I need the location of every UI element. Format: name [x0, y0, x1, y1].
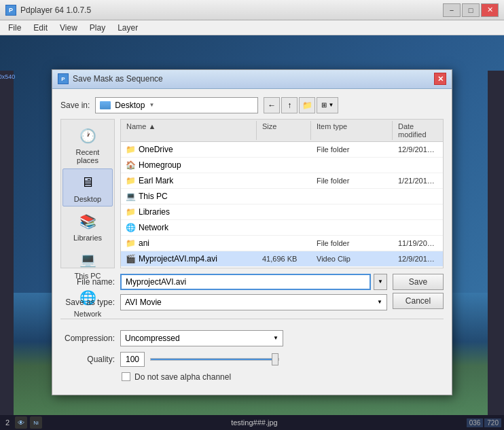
- quality-slider-thumb[interactable]: [272, 353, 278, 365]
- folder-icon: 📁: [125, 207, 136, 217]
- file-date: 12/9/2017 4:22 P...: [393, 143, 443, 156]
- file-date: 1/21/2017 1:50 P...: [393, 175, 443, 187]
- computer-icon: 💻: [125, 191, 136, 202]
- dropdown-arrow-icon: ▼: [378, 279, 383, 285]
- cancel-button[interactable]: Cancel: [393, 293, 444, 309]
- file-list-header: Name ▲ Size Item type Date modified: [121, 120, 443, 142]
- title-bar-left: P Pdplayer 64 1.0.7.5: [5, 5, 91, 16]
- menu-view[interactable]: View: [54, 22, 83, 34]
- file-name-label: File name:: [60, 277, 115, 287]
- nav-up-button[interactable]: ↑: [281, 97, 298, 113]
- title-bar-controls: − □ ✕: [443, 3, 499, 17]
- ni-badge: Ni: [30, 416, 42, 429]
- save-in-label: Save in:: [60, 101, 90, 110]
- table-row[interactable]: 📁 Libraries: [121, 204, 443, 220]
- file-date: 11/19/2017 8:35 ...: [393, 237, 443, 249]
- eye-icon[interactable]: 👁: [15, 416, 27, 429]
- table-row[interactable]: 💻 This PC: [121, 189, 443, 204]
- file-size: [257, 210, 311, 214]
- quality-slider[interactable]: [150, 358, 279, 361]
- menu-edit[interactable]: Edit: [28, 22, 53, 34]
- dialog-overlay: P Save Mask as Sequence ✕ Save in: Deskt…: [0, 35, 504, 415]
- compression-row: Compression: Uncompressed ▼: [60, 330, 444, 346]
- bottom-filename: testing###.jpg: [45, 418, 464, 427]
- table-row[interactable]: 🏠 Homegroup: [121, 158, 443, 173]
- new-folder-icon: 📁: [302, 101, 312, 110]
- file-type: File folder: [311, 237, 393, 249]
- maximize-button[interactable]: □: [462, 3, 480, 17]
- file-form-fields: File name: ▼ Save as type: AVI: [60, 274, 387, 310]
- file-date: [393, 163, 443, 167]
- new-folder-button[interactable]: 📁: [299, 97, 315, 113]
- col-date[interactable]: Date modified: [393, 121, 443, 140]
- views-button[interactable]: ⊞ ▼: [317, 97, 338, 113]
- save-as-type-row: Save as type: AVI Movie ▼: [60, 294, 387, 310]
- col-type[interactable]: Item type: [311, 121, 393, 140]
- file-list[interactable]: Name ▲ Size Item type Date modified 📁 On…: [120, 119, 444, 268]
- close-button[interactable]: ✕: [481, 3, 499, 17]
- file-name-input[interactable]: [120, 274, 371, 290]
- compression-select[interactable]: Uncompressed ▼: [120, 330, 283, 346]
- file-date: [393, 210, 443, 214]
- file-name-cell: 💻 This PC: [121, 189, 257, 204]
- this-pc-icon: 💻: [77, 249, 98, 270]
- file-name-cell: 📁 ani: [121, 236, 257, 251]
- dialog-close-button[interactable]: ✕: [434, 73, 446, 85]
- table-row[interactable]: 📁 Earl Mark File folder 1/21/2017 1:50 P…: [121, 173, 443, 189]
- separator: [60, 319, 444, 319]
- file-name: Network: [139, 223, 168, 232]
- save-in-dropdown[interactable]: Desktop ▼: [95, 97, 258, 113]
- desktop-label: Desktop: [74, 195, 101, 203]
- save-mask-dialog: P Save Mask as Sequence ✕ Save in: Deskt…: [52, 69, 452, 395]
- bottom-bar: 2 👁 Ni testing###.jpg 036 720: [0, 415, 504, 430]
- sidebar-item-recent-places[interactable]: 🕐 Recent places: [62, 122, 113, 167]
- save-button[interactable]: Save: [393, 274, 444, 290]
- save-as-type-value: AVI Movie: [125, 298, 162, 307]
- dialog-title-bar: P Save Mask as Sequence ✕: [52, 70, 452, 89]
- nav-back-button[interactable]: ←: [264, 97, 280, 113]
- video-icon: 🎬: [125, 253, 136, 264]
- frame-counter: 036: [467, 418, 484, 427]
- col-size[interactable]: Size: [257, 121, 311, 140]
- checkbox-row: Do not save alpha channel: [60, 372, 444, 382]
- col-name[interactable]: Name ▲: [121, 121, 257, 140]
- table-row[interactable]: 🎬 MyprojectAVI.mp4.avi 41,696 KB Video C…: [121, 251, 443, 267]
- libraries-label: Libraries: [73, 234, 102, 242]
- file-size: [257, 147, 311, 151]
- folder-icon: 📁: [125, 175, 136, 186]
- dialog-title: Save Mask as Sequence: [73, 74, 163, 84]
- file-name: ani: [139, 238, 149, 248]
- file-name: MyprojectAVI.mp4.avi: [139, 254, 217, 264]
- file-size: [257, 226, 311, 230]
- menu-file[interactable]: File: [3, 22, 26, 34]
- file-size: [257, 179, 311, 183]
- alpha-channel-checkbox[interactable]: [122, 372, 130, 381]
- dialog-app-icon: P: [58, 73, 69, 84]
- table-row[interactable]: 🌐 Network: [121, 220, 443, 236]
- file-name-dropdown-btn[interactable]: ▼: [374, 274, 387, 290]
- file-type: [311, 163, 393, 167]
- menu-play[interactable]: Play: [84, 22, 111, 34]
- save-as-type-select[interactable]: AVI Movie ▼: [120, 294, 387, 310]
- file-type: [311, 210, 393, 214]
- file-date: 12/9/2017 5:21 P...: [393, 253, 443, 265]
- title-bar: P Pdplayer 64 1.0.7.5 − □ ✕: [0, 0, 504, 20]
- table-row[interactable]: 📁 ani File folder 11/19/2017 8:35 ...: [121, 236, 443, 251]
- main-content: 0x540 P Save Mask as Sequence ✕ Save in:: [0, 35, 504, 430]
- save-as-type-label: Save as type:: [60, 298, 115, 307]
- file-name-cell: 📁 Libraries: [121, 204, 257, 219]
- file-date: [393, 226, 443, 230]
- table-row[interactable]: 📁 OneDrive File folder 12/9/2017 4:22 P.…: [121, 142, 443, 158]
- folder-icon: [100, 101, 111, 109]
- minimize-button[interactable]: −: [443, 3, 461, 17]
- file-name-cell: 🏠 Homegroup: [121, 158, 257, 173]
- menu-layer[interactable]: Layer: [112, 22, 143, 34]
- views-arrow-icon: ▼: [328, 102, 334, 108]
- file-name-cell: 📁 Earl Mark: [121, 173, 257, 188]
- file-size: [257, 194, 311, 198]
- compression-arrow-icon: ▼: [273, 335, 278, 341]
- file-name: Homegroup: [139, 160, 181, 170]
- sidebar-item-libraries[interactable]: 📚 Libraries: [62, 208, 113, 245]
- sidebar-item-desktop[interactable]: 🖥 Desktop: [62, 168, 113, 207]
- file-name: Libraries: [139, 207, 170, 217]
